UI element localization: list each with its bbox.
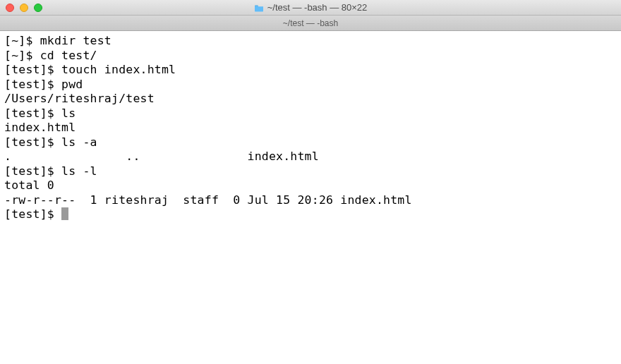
terminal-line: . .. index.html (4, 150, 617, 164)
window-title: ~/test — -bash — 80×22 (267, 2, 368, 13)
active-tab[interactable]: ~/test — -bash (283, 18, 338, 28)
terminal-line: -rw-r--r-- 1 riteshraj staff 0 Jul 15 20… (4, 193, 617, 208)
terminal-line: index.html (4, 121, 617, 135)
window-titlebar: ~/test — -bash — 80×22 (0, 0, 621, 16)
terminal-line: [test]$ ls -a (4, 135, 617, 150)
terminal-line: [~]$ cd test/ (4, 49, 617, 63)
terminal-line: [test]$ pwd (4, 78, 617, 92)
window-title-wrap: ~/test — -bash — 80×22 (0, 2, 621, 13)
terminal-line: [test]$ ls -l (4, 164, 617, 179)
tab-bar: ~/test — -bash (0, 16, 621, 31)
terminal-line: total 0 (4, 178, 617, 193)
terminal-cursor (61, 207, 68, 220)
terminal-line: [~]$ mkdir test (4, 34, 617, 49)
terminal-content[interactable]: [~]$ mkdir test[~]$ cd test/[test]$ touc… (0, 31, 621, 225)
folder-icon (254, 4, 264, 11)
zoom-button[interactable] (34, 4, 42, 12)
minimize-button[interactable] (20, 4, 28, 12)
terminal-line: /Users/riteshraj/test (4, 92, 617, 107)
traffic-lights (0, 4, 42, 12)
terminal-line: [test]$ (4, 207, 617, 222)
terminal-line: [test]$ ls (4, 107, 617, 121)
close-button[interactable] (6, 4, 14, 12)
terminal-line: [test]$ touch index.html (4, 63, 617, 78)
